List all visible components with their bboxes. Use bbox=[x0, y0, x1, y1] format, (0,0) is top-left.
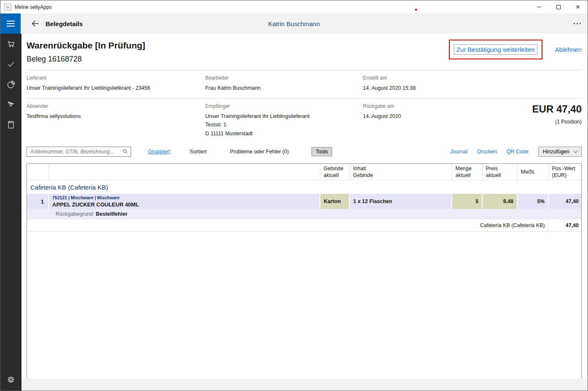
article-name: APPEL ZUCKER COULEUR 40ML bbox=[52, 201, 316, 208]
sidebar-item-statistics[interactable] bbox=[0, 74, 21, 94]
field-value: Frau Katrin Buschmann bbox=[205, 84, 363, 93]
cell-inhalt: 1 x 12 Flaschen bbox=[349, 194, 452, 209]
cell-preis[interactable]: 9,48 bbox=[482, 194, 517, 209]
document-actions: Zur Bestätigung weiterleiten Ablehnen bbox=[449, 40, 582, 59]
hamburger-menu-button[interactable] bbox=[0, 13, 21, 34]
window-controls: × bbox=[529, 0, 588, 13]
grouped-toggle[interactable]: Gruppiert bbox=[148, 149, 170, 155]
sidebar-item-orders[interactable] bbox=[0, 34, 21, 54]
search-input[interactable] bbox=[27, 149, 120, 155]
return-reason-row: Rückgabegrund: Bestellfehler bbox=[27, 209, 582, 220]
search-button[interactable] bbox=[120, 148, 131, 155]
field-value: Testfirma sellysolutions bbox=[27, 112, 205, 121]
header-menge: Menge aktuell bbox=[452, 164, 482, 180]
reason-label: Rückgabegrund: bbox=[56, 211, 94, 217]
tag-icon bbox=[6, 100, 16, 110]
window-titlebar: w Meine sellyApps × bbox=[0, 0, 588, 13]
field-erstellt-am: Erstellt am 14. August 2020 15:38 bbox=[363, 75, 582, 93]
app-navbar: Belegdetails Katrin Buschmann bbox=[0, 13, 588, 34]
field-empfaenger: Empfänger Unser Trainingslieferant Ihr L… bbox=[205, 103, 363, 138]
document-total: EUR 47,40 (1 Position) bbox=[532, 103, 582, 125]
summary-label: Cafeteria KB (Cafeteria KB) bbox=[27, 220, 548, 232]
total-positions: (1 Position) bbox=[532, 119, 582, 125]
sidebar-item-confirmations[interactable] bbox=[0, 54, 21, 74]
search-icon bbox=[122, 148, 129, 155]
close-icon: × bbox=[576, 3, 580, 11]
article-search-box bbox=[27, 147, 131, 157]
forward-for-confirmation-link[interactable]: Zur Bestätigung weiterleiten bbox=[454, 44, 537, 55]
field-label: Absender bbox=[27, 103, 205, 109]
annotation-red-dot bbox=[415, 9, 417, 11]
bottom-strip bbox=[21, 379, 588, 391]
field-value: Unser Trainingslieferant Ihr Lieblingsli… bbox=[27, 84, 205, 93]
table-header-row: Gebinde aktuell Inhalt Gebinde Menge akt… bbox=[27, 164, 582, 180]
settings-button[interactable] bbox=[0, 370, 21, 390]
add-dropdown-button[interactable]: Hinzufügen bbox=[538, 147, 582, 157]
book-icon bbox=[6, 120, 16, 129]
cell-position-number: 1 bbox=[27, 194, 48, 209]
more-menu-button[interactable] bbox=[574, 23, 581, 24]
maximize-button[interactable] bbox=[549, 0, 568, 13]
app-logo-icon: w bbox=[4, 4, 11, 11]
cell-wert: 47,40 bbox=[548, 194, 582, 209]
field-value: Unser Trainingslieferant Ihr Lieblingsli… bbox=[205, 112, 363, 138]
info-row-2-right: Rückgabe am 14. August 2020 EUR 47,40 (1… bbox=[363, 103, 582, 138]
table-row[interactable]: 1 752121 | Mischware | Mischware APPEL Z… bbox=[27, 194, 582, 209]
cell-mwst: 5% bbox=[517, 194, 548, 209]
user-name: Katrin Buschmann bbox=[268, 20, 320, 27]
back-button[interactable] bbox=[31, 19, 40, 28]
header-preis: Preis aktuell bbox=[482, 164, 517, 180]
document-header: Warenrückgabe [In Prüfung] Beleg 1616872… bbox=[21, 34, 588, 64]
problems-filter[interactable]: Probleme oder Fehler (0) bbox=[230, 149, 289, 155]
sidebar-item-offers[interactable] bbox=[0, 94, 21, 115]
page-title: Belegdetails bbox=[46, 20, 83, 27]
cell-menge[interactable]: 5 bbox=[452, 194, 482, 209]
field-label: Lieferant bbox=[27, 75, 205, 81]
header-mwst: MwSt. bbox=[517, 164, 548, 180]
positions-table: Gebinde aktuell Inhalt Gebinde Menge akt… bbox=[27, 164, 582, 232]
field-label: Bearbeiter bbox=[205, 75, 363, 81]
field-value: 14. August 2020 15:38 bbox=[363, 84, 582, 93]
close-button[interactable]: × bbox=[568, 0, 588, 13]
reject-link[interactable]: Ablehnen bbox=[555, 46, 582, 53]
field-label: Rückgabe am bbox=[363, 103, 401, 109]
cart-icon bbox=[6, 39, 16, 49]
group-summary-row: Cafeteria KB (Cafeteria KB) 47,40 bbox=[27, 220, 582, 232]
cell-article: 752121 | Mischware | Mischware APPEL ZUC… bbox=[48, 194, 320, 209]
sidebar-item-catalog[interactable] bbox=[0, 115, 21, 135]
group-header-row: Cafeteria KB (Cafeteria KB) bbox=[27, 180, 582, 194]
sorted-toggle[interactable]: Sortiert bbox=[190, 149, 207, 155]
header-gebinde: Gebinde aktuell bbox=[320, 164, 349, 180]
print-link[interactable]: Drucken bbox=[477, 149, 497, 155]
info-row-1: Lieferant Unser Trainingslieferant Ihr L… bbox=[27, 70, 582, 98]
header-pos bbox=[27, 164, 48, 180]
field-lieferant: Lieferant Unser Trainingslieferant Ihr L… bbox=[27, 75, 205, 93]
group-label: Cafeteria KB (Cafeteria KB) bbox=[27, 180, 582, 194]
pie-chart-icon bbox=[6, 80, 16, 89]
reason-value: Bestellfehler bbox=[96, 211, 127, 217]
add-label: Hinzufügen bbox=[543, 149, 569, 155]
article-meta: 752121 | Mischware | Mischware bbox=[52, 195, 316, 201]
gear-icon bbox=[6, 375, 16, 384]
more-icon bbox=[574, 23, 575, 24]
qr-code-link[interactable]: QR Code bbox=[507, 149, 529, 155]
info-row-2: Absender Testfirma sellysolutions Empfän… bbox=[27, 98, 582, 144]
minimize-button[interactable] bbox=[529, 0, 549, 13]
maximize-icon bbox=[556, 5, 561, 9]
field-bearbeiter: Bearbeiter Frau Katrin Buschmann bbox=[205, 75, 363, 93]
toolbar-right: Journal Drucken QR Code Hinzufügen bbox=[450, 147, 582, 157]
hamburger-icon bbox=[7, 21, 15, 21]
cell-gebinde[interactable]: Karton bbox=[320, 194, 349, 209]
field-label: Erstellt am bbox=[363, 75, 582, 81]
back-arrow-icon bbox=[31, 19, 40, 28]
document-info: Lieferant Unser Trainingslieferant Ihr L… bbox=[27, 70, 582, 144]
summary-value: 47,40 bbox=[548, 220, 582, 232]
positions-table-container: Gebinde aktuell Inhalt Gebinde Menge akt… bbox=[27, 163, 582, 380]
total-amount: EUR 47,40 bbox=[532, 103, 582, 115]
tools-button[interactable]: Tools bbox=[311, 147, 332, 156]
minimize-icon bbox=[537, 7, 541, 7]
header-article bbox=[48, 164, 320, 180]
header-wert: Pos.-Wert (EUR) bbox=[548, 164, 582, 180]
journal-link[interactable]: Journal bbox=[450, 149, 467, 155]
window-title: Meine sellyApps bbox=[15, 4, 51, 10]
